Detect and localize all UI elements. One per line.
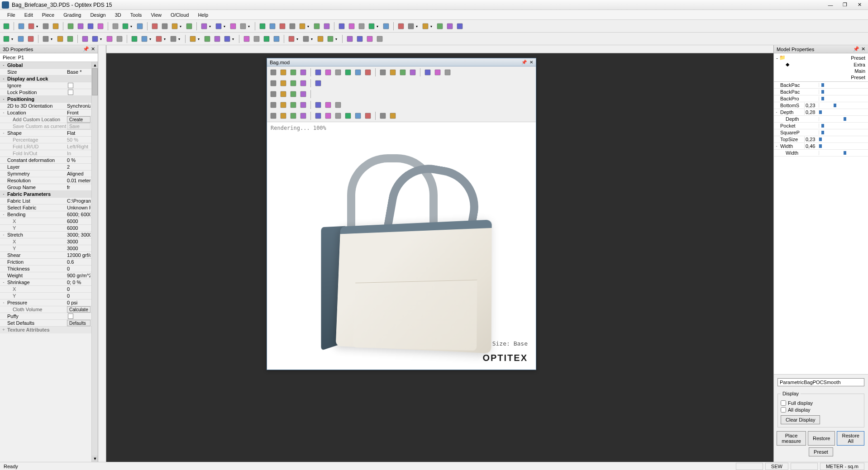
model-property-row[interactable]: BackPac	[774, 82, 868, 89]
property-row[interactable]: -Positioning	[0, 96, 98, 103]
model-toolbar-button[interactable]	[324, 100, 333, 109]
model-toolbar-button[interactable]	[353, 111, 362, 120]
property-row[interactable]: X3000	[0, 238, 98, 245]
property-slider[interactable]	[819, 83, 868, 87]
property-row[interactable]: -LocationFront	[0, 109, 98, 116]
model-toolbar-button[interactable]	[398, 68, 407, 77]
property-value[interactable]: 12000 grf/c	[66, 252, 91, 258]
property-value[interactable]: 0	[66, 293, 91, 299]
model-property-row[interactable]: -Width0,46	[774, 143, 868, 150]
toolbar-button[interactable]	[445, 22, 454, 31]
expand-icon[interactable]: -	[1, 76, 6, 81]
model-toolbar-button[interactable]	[443, 68, 452, 77]
toolbar-button[interactable]	[316, 34, 325, 43]
preset-tree[interactable]: -📁Preset◆ExtraMainPreset	[774, 53, 868, 82]
property-slider[interactable]	[819, 117, 868, 121]
property-row[interactable]: Fabric ListC:\Program	[0, 198, 98, 204]
model-toolbar-button[interactable]	[289, 111, 298, 120]
model-property-row[interactable]: BackPro	[774, 95, 868, 102]
model-toolbar-button[interactable]	[279, 79, 288, 88]
toolbar-button[interactable]	[41, 22, 50, 31]
model-toolbar-button[interactable]	[343, 111, 353, 120]
tree-item[interactable]: Main	[775, 68, 867, 74]
model-toolbar-button[interactable]	[334, 68, 343, 77]
toolbar-button[interactable]	[278, 22, 287, 31]
minimize-button[interactable]: —	[824, 1, 837, 9]
property-value[interactable]: 3000; 3000	[66, 232, 91, 237]
model-toolbar-button[interactable]	[299, 111, 308, 120]
property-value[interactable]: 0	[66, 286, 91, 292]
scrollbar[interactable]: ▲ ▼	[91, 62, 98, 462]
model-toolbar-button[interactable]	[289, 79, 298, 88]
toolbar-button[interactable]	[51, 22, 60, 31]
expand-icon[interactable]: +	[1, 328, 6, 332]
toolbar-button[interactable]	[213, 34, 222, 43]
close-button[interactable]: ✕	[853, 1, 866, 9]
model-property-row[interactable]: -Depth0,28	[774, 109, 868, 116]
model-property-row[interactable]: SquareP	[774, 129, 868, 136]
property-value[interactable]: Flat	[66, 130, 91, 136]
toolbar-button[interactable]	[238, 22, 248, 31]
property-row[interactable]: Constant deformation0 %	[0, 157, 98, 164]
menu-ocloud[interactable]: O/Cloud	[167, 11, 192, 19]
property-row[interactable]: -Shrinkage0; 0 %	[0, 279, 98, 286]
property-row[interactable]: Layer2	[0, 164, 98, 171]
toolbar-button[interactable]	[287, 34, 296, 43]
property-row[interactable]: Weight900 gr/m^2	[0, 272, 98, 279]
toolbar-button[interactable]	[200, 22, 209, 31]
menu-view[interactable]: View	[147, 11, 165, 19]
toolbar-button[interactable]	[382, 22, 391, 31]
full-display-checkbox[interactable]	[781, 400, 786, 406]
model-toolbar-button[interactable]	[343, 68, 353, 77]
property-row[interactable]: Friction0.6	[0, 259, 98, 266]
model-window-titlebar[interactable]: Bag.mod 📌 ✕	[267, 58, 536, 66]
toolbar-button[interactable]	[203, 34, 212, 43]
model-toolbar-button[interactable]	[289, 100, 298, 109]
model-toolbar-button[interactable]	[353, 68, 362, 77]
model-toolbar-button[interactable]	[269, 68, 278, 77]
model-toolbar-button[interactable]	[269, 100, 278, 109]
property-value[interactable]: Aligned	[66, 171, 91, 176]
toolbar-button[interactable]	[242, 34, 251, 43]
property-value[interactable]: 50 %	[66, 137, 91, 142]
model-toolbar-button[interactable]	[299, 68, 308, 77]
property-row[interactable]: -Global	[0, 62, 98, 69]
model-property-row[interactable]: Pocket	[774, 123, 868, 129]
toolbar-button[interactable]	[214, 22, 223, 31]
property-row[interactable]: X0	[0, 286, 98, 293]
property-row[interactable]: Puffy	[0, 313, 98, 320]
expand-icon[interactable]: -	[1, 110, 6, 115]
property-value[interactable]: 0.6	[66, 259, 91, 265]
property-value[interactable]: Unknown F	[66, 205, 91, 210]
restore-button[interactable]: Restore	[808, 431, 835, 446]
toolbar-button[interactable]	[223, 34, 232, 43]
model-name-input[interactable]	[777, 378, 864, 386]
toolbar-button[interactable]	[288, 22, 297, 31]
3d-viewport[interactable]: Rendering... 100% Size: Base OPTITEX	[267, 122, 536, 370]
expand-icon[interactable]: -	[1, 131, 6, 135]
model-toolbar-button[interactable]	[388, 68, 397, 77]
model-toolbar-button[interactable]	[314, 100, 323, 109]
model-toolbar-button[interactable]	[269, 90, 278, 99]
model-toolbar-button[interactable]	[279, 68, 288, 77]
toolbar-button[interactable]	[345, 34, 354, 43]
place-measure-button[interactable]: Place measure	[777, 431, 806, 446]
toolbar-button[interactable]	[455, 22, 464, 31]
property-value[interactable]: Synchronize	[66, 103, 91, 109]
property-value[interactable]: 0 %	[66, 157, 91, 163]
toolbar-button[interactable]	[365, 34, 374, 43]
property-value[interactable]: Base *	[66, 69, 91, 75]
property-row[interactable]: Cloth VolumeCalculate	[0, 306, 98, 313]
toolbar-button[interactable]	[262, 34, 271, 43]
toolbar-button[interactable]	[375, 34, 384, 43]
toolbar-button[interactable]	[160, 22, 169, 31]
close-icon[interactable]: ✕	[529, 60, 533, 65]
tree-item[interactable]: ◆Extra	[775, 61, 867, 68]
toolbar-button[interactable]	[91, 34, 100, 43]
menu-help[interactable]: Help	[194, 11, 212, 19]
property-value[interactable]: 900 gr/m^2	[66, 273, 91, 278]
toolbar-button[interactable]	[56, 34, 65, 43]
toolbar-button[interactable]	[41, 34, 50, 43]
property-row[interactable]: Select FabricUnknown F	[0, 204, 98, 211]
property-row[interactable]: Group Namefr	[0, 184, 98, 191]
